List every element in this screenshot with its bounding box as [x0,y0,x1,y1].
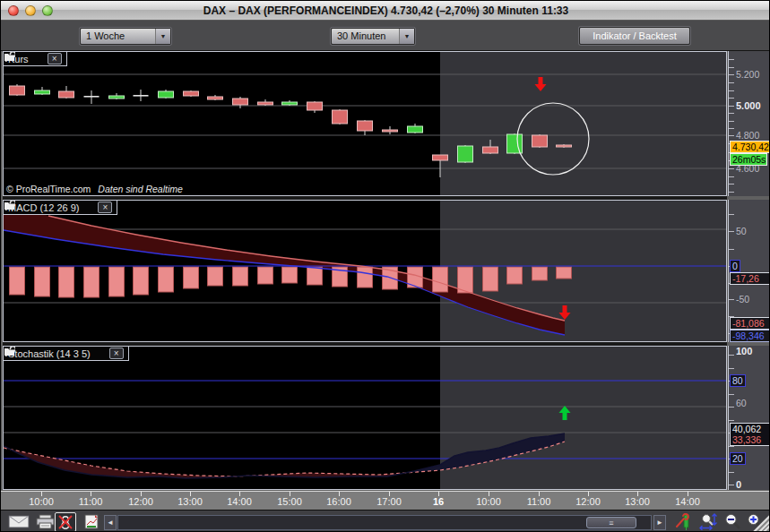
axis-tick [729,249,734,250]
period-dropdown[interactable]: 1 Woche ▼ [80,28,171,45]
kurs-panel: Kurs × © ProRealTime.comDaten sind Realt… [3,51,727,196]
time-label: 10:00 [29,496,54,507]
close-icon[interactable]: × [98,202,112,213]
copyright-text: © ProRealTime.com [6,184,91,194]
axis-tick [729,168,734,169]
current-session-highlight [440,52,726,195]
kurs-price-axis[interactable]: 5.2005.0004.8004.6004.730,4226m05s [728,51,770,196]
axis-tick [729,82,734,83]
chevron-down-icon: ▼ [155,29,170,44]
axis-tick [729,231,734,232]
zoom-fit-icon[interactable] [698,513,718,530]
close-icon[interactable]: × [109,348,124,359]
bar-countdown-badge: 26m05s [730,153,767,166]
axis-label: 100 [736,346,752,356]
macd-chart[interactable] [4,201,726,341]
printer-icon[interactable] [35,514,56,529]
indicator-value-badge: 0 [730,260,740,272]
close-icon[interactable]: × [48,53,62,64]
time-label: 14:00 [227,496,252,507]
axis-label: -50 [736,294,749,305]
top-toolbar: 1 Woche ▼ 30 Minuten ▼ Indikator / Backt… [1,21,770,51]
stochastik-panel-header[interactable]: Stochastik (14 3 5) × [3,346,129,361]
kurs-panel-header[interactable]: Kurs × [3,51,67,66]
macd-value-axis[interactable]: 50-500-17,26-81,086-98,346 [728,200,770,342]
time-label: 12:00 [128,496,153,507]
copyright-note: © ProRealTime.comDaten sind Realtime [6,184,183,194]
indicator-value-badge: -17,26 [730,272,770,285]
macd-panel-title: MACD (12 26 9) [8,202,79,213]
axis-tick [729,299,734,300]
axis-tick [729,121,734,122]
chart-settings-icon[interactable] [675,513,691,530]
bottom-toolbar: ◄ ≡ ► [1,510,770,532]
scrollbar-track[interactable]: ≡ [117,515,652,530]
chart-report-icon[interactable] [84,514,99,529]
time-label: 16 [433,496,444,507]
time-axis[interactable]: 10:0011:0012:0013:0014:0015:0016:0017:00… [1,491,770,510]
alerts-disabled-icon[interactable] [55,512,76,532]
stoch-fill-bearish [4,446,405,478]
realtime-note: Daten sind Realtime [98,184,183,194]
app-window: DAX – DAX (PERFORMANCEINDEX) 4.730,42 (–… [0,0,770,532]
axis-tick [729,485,734,485]
axis-tick [729,90,734,91]
stochastik-panel: Stochastik (14 3 5) × [3,346,727,490]
time-label: 11:00 [79,496,103,507]
time-label: 14:00 [675,496,700,507]
time-label: 17:00 [376,496,402,507]
axis-label: 0 [736,479,741,490]
macd-panel: MACD (12 26 9) × [3,200,727,342]
stochastik-value-axis[interactable]: 100600802040,06233,336 [728,346,770,490]
period-dropdown-value: 1 Woche [81,29,155,44]
axis-tick [729,192,734,193]
macd-panel-header[interactable]: MACD (12 26 9) × [3,200,117,215]
axis-label: 5.200 [736,69,759,80]
stochastik-panel-title: Stochastik (14 3 5) [8,348,91,359]
kurs-chart[interactable] [4,52,726,195]
scrollbar-thumb[interactable]: ≡ [586,517,636,528]
time-label: 15:00 [277,496,302,507]
axis-tick [729,98,734,99]
time-label: 11:00 [527,496,551,507]
stochastik-chart[interactable] [4,347,726,489]
time-label: 16:00 [326,496,351,507]
axis-tick [729,74,734,75]
stoch-values-badge: 40,06233,336 [730,423,770,446]
titlebar[interactable]: DAX – DAX (PERFORMANCEINDEX) 4.730,42 (–… [1,1,770,21]
time-label: 10:00 [476,496,501,507]
axis-tick [729,214,734,215]
interval-dropdown-value: 30 Minuten [332,29,399,44]
current-session-highlight [440,347,726,489]
axis-tick [729,128,734,129]
stoch-level-badge: 20 [730,452,746,465]
indicator-value-badge: -98,346 [730,330,770,342]
axis-tick [729,106,734,107]
chevron-down-icon: ▼ [399,29,414,44]
axis-tick [729,113,734,114]
stoch-level-badge: 80 [730,374,746,387]
time-label: 12:00 [575,496,601,507]
axis-tick [729,355,734,356]
interval-dropdown[interactable]: 30 Minuten ▼ [331,28,415,45]
axis-tick [729,394,734,395]
axis-tick [729,472,734,473]
axis-tick [729,59,734,60]
last-price-badge: 4.730,42 [730,141,770,153]
indicator-backtest-button[interactable]: Indikator / Backtest [579,27,690,45]
mail-icon[interactable] [8,515,30,528]
axis-tick [729,368,734,369]
time-label: 13:00 [625,496,650,507]
zoom-out-icon[interactable] [723,513,741,530]
axis-tick [729,135,734,136]
axis-tick [729,407,734,408]
window-title: DAX – DAX (PERFORMANCEINDEX) 4.730,42 (–… [1,1,770,21]
scroll-right-button[interactable]: ► [653,515,666,530]
axis-tick [729,420,734,421]
scroll-left-button[interactable]: ◄ [104,515,117,530]
time-label: 13:00 [177,496,203,507]
axis-label: 5.000 [736,100,761,111]
axis-tick [729,67,734,68]
indicator-value-badge: -81,086 [730,317,770,330]
axis-tick [729,184,734,184]
